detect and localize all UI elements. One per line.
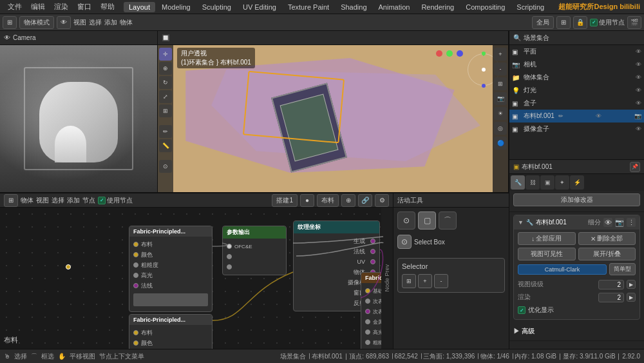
cursor-icon[interactable]: ⊙ [397, 235, 412, 249]
grid-icon[interactable]: ⊞ [556, 16, 571, 29]
node-param-output[interactable]: 参数输出 OFC&E [222, 226, 287, 275]
menu-window[interactable]: 窗口 [73, 1, 95, 13]
ne-select-label[interactable]: 选择 [52, 196, 64, 205]
ne-view-label[interactable]: 视图 [36, 196, 49, 205]
3d-viewport[interactable]: ✛ ⊕ ↻ ⤢ ⊞ ✏ 📏 ⊙ 用 [158, 45, 508, 192]
menu-edit[interactable]: 编辑 [27, 1, 49, 13]
catmull-clark-btn[interactable]: Catmull-Clark [518, 264, 607, 275]
viewport-levels-value[interactable]: 2 [598, 280, 624, 289]
render-value[interactable]: 2 [598, 293, 624, 302]
delete-all-btn[interactable]: ✕ 删除全部 [578, 232, 636, 245]
modifier-menu-btn[interactable]: ⋮ [627, 218, 636, 227]
selector-subtract-btn[interactable]: - [434, 274, 448, 288]
vp-overlay[interactable]: ◎ [494, 122, 507, 135]
node-canvas[interactable]: Fabric-Principled... 布料 颜色 粗糙度 高光 法线 [0, 208, 393, 349]
lasso-icon-btn[interactable]: ⌒ [439, 211, 457, 230]
box-eye[interactable]: 👁 [636, 100, 641, 106]
ne-object-label[interactable]: 物体 [21, 196, 33, 205]
modifier-render-btn[interactable]: 📷 [615, 218, 624, 227]
collection-dropdown[interactable]: 搭建1 [272, 194, 298, 207]
selector-set-btn[interactable]: ⊞ [402, 274, 416, 288]
use-nodes-toggle[interactable]: ✓ 使用节点 [590, 18, 625, 27]
cursor-btn[interactable]: ⊙ [397, 211, 415, 230]
collection-eye[interactable]: 👁 [636, 74, 641, 81]
vp-light[interactable]: ☀ [494, 107, 507, 120]
full-apply-btn[interactable]: ↓ 全部应用 [518, 232, 576, 245]
modifier-expand-icon[interactable]: ▼ [518, 219, 524, 226]
render-arrow[interactable]: ▶ [627, 293, 636, 302]
measure-tool[interactable]: 📏 [159, 139, 172, 152]
material-dropdown[interactable]: 布料 [317, 194, 339, 207]
viewport-vis-btn[interactable]: 视图可见性 [518, 248, 576, 260]
tab-rendering[interactable]: Rendering [416, 2, 459, 12]
lock-icon[interactable]: 🔒 [573, 16, 587, 29]
render-icon[interactable]: 🎬 [627, 16, 641, 29]
view-label[interactable]: 视图 [73, 18, 86, 27]
cam-box-eye[interactable]: 👁 [636, 126, 641, 132]
object-label[interactable]: 物体 [120, 18, 133, 27]
cloth-eye[interactable]: 👁 [596, 113, 601, 119]
tab-uv-editing[interactable]: UV Editing [238, 2, 281, 12]
ne-settings-icon[interactable]: ⚙ [375, 194, 389, 207]
vp-grid[interactable]: ⊞ [494, 77, 507, 90]
menu-file[interactable]: 文件 [4, 1, 26, 13]
annotate-tool[interactable]: ✏ [159, 125, 172, 138]
scale-tool[interactable]: ⤢ [159, 90, 172, 103]
vp-zoom-out[interactable]: - [494, 63, 507, 75]
tab-texture-paint[interactable]: Texture Paint [283, 2, 334, 12]
outliner-item-plane[interactable]: ▣ 平面 👁 [509, 45, 644, 58]
global-dropdown[interactable]: 全局 [532, 16, 554, 29]
rotate-tool[interactable]: ↻ [159, 76, 172, 89]
ne-node-label[interactable]: 节点 [82, 196, 95, 205]
node-fabric-principled-2[interactable]: Fabric-Principled... 布料 颜色 [129, 314, 213, 349]
outliner-item-camera[interactable]: 📷 相机 👁 [509, 58, 644, 71]
ne-link-icon[interactable]: 🔗 [358, 194, 372, 207]
outliner-item-light[interactable]: 💡 灯光 👁 [509, 84, 644, 97]
select-label[interactable]: 选择 [89, 18, 102, 27]
vp-zoom-in[interactable]: + [494, 48, 507, 61]
ne-use-nodes[interactable]: ✓ 使用节点 [98, 196, 133, 205]
tab-scripting[interactable]: Scripting [511, 2, 549, 12]
cursor-tool[interactable]: ⊙ [159, 160, 172, 173]
expand-collapse-btn[interactable]: 展开/折叠 [578, 248, 636, 260]
viewport-levels-arrow[interactable]: ▶ [627, 280, 636, 289]
camera-eye[interactable]: 👁 [636, 61, 641, 68]
view-btn[interactable]: 👁 [57, 16, 71, 29]
node-fabric-principled-1[interactable]: Fabric-Principled... 布料 颜色 粗糙度 高光 法线 [129, 226, 213, 312]
add-label[interactable]: 添加 [104, 18, 117, 27]
ne-add-label[interactable]: 添加 [67, 196, 80, 205]
props-tab-particles[interactable]: ✦ [555, 175, 569, 190]
simple-btn[interactable]: 简单型 [609, 263, 636, 275]
menu-render[interactable]: 渲染 [50, 1, 72, 13]
outliner-item-camera-box[interactable]: ▣ 摄像盒子 👁 [509, 123, 644, 135]
vp-material[interactable]: 🔵 [494, 137, 507, 150]
vp-camera[interactable]: 📷 [494, 92, 507, 105]
plane-eye[interactable]: 👁 [636, 48, 641, 55]
select-tool[interactable]: ✛ [159, 48, 172, 61]
cloth-render-eye[interactable]: 📷 [634, 113, 641, 119]
props-tab-wrench[interactable]: 🔧 [511, 175, 525, 190]
tab-compositing[interactable]: Compositing [460, 2, 510, 12]
transform-tool[interactable]: ⊞ [159, 104, 172, 117]
modifier-eye-btn[interactable]: 👁 [603, 218, 612, 227]
props-tab-constraint[interactable]: ⛓ [526, 175, 540, 190]
tab-layout[interactable]: Layout [124, 2, 155, 12]
outliner-item-collection[interactable]: 📁 物体集合 👁 [509, 71, 644, 84]
move-tool[interactable]: ⊕ [159, 62, 172, 75]
optimize-checkbox[interactable]: ✓ [518, 306, 526, 314]
selector-extend-btn[interactable]: + [418, 274, 432, 288]
object-mode-dropdown[interactable]: 物体模式 [19, 16, 54, 29]
tab-sculpting[interactable]: Sculpting [197, 2, 236, 12]
ne-copy-icon[interactable]: ⊕ [341, 194, 355, 207]
props-tab-object[interactable]: ▣ [540, 175, 554, 190]
tab-shading[interactable]: Shading [336, 2, 372, 12]
advanced-header[interactable]: ▶ 高级 [513, 325, 640, 338]
outliner-item-cloth[interactable]: ▣ 布料bf.001 ✏ 👁 📷 [509, 110, 644, 123]
tab-animation[interactable]: Animation [374, 2, 415, 12]
tab-modeling[interactable]: Modeling [156, 2, 196, 12]
select-box-icon-btn[interactable]: ▢ [418, 211, 436, 230]
props-pin-icon[interactable]: 📌 [630, 162, 640, 172]
outliner-item-box[interactable]: ▣ 盒子 👁 [509, 97, 644, 110]
props-tab-physics[interactable]: ⚡ [570, 175, 584, 190]
light-eye[interactable]: 👁 [636, 87, 641, 93]
